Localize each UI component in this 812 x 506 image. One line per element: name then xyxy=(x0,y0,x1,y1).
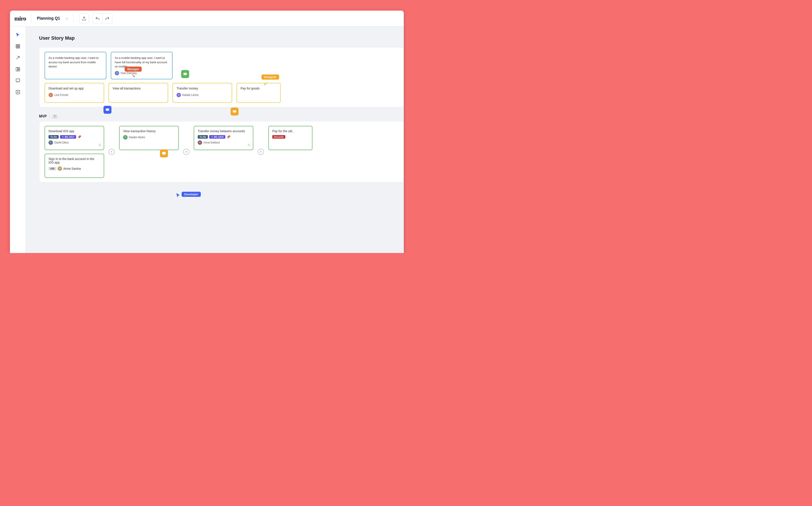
task-card-4[interactable]: Pay for goods xyxy=(236,83,281,103)
mvp-card-2-user: N Natalie Nedre xyxy=(123,135,175,140)
arrow-tool[interactable] xyxy=(13,53,23,63)
mvp-count: 7 xyxy=(52,114,57,118)
natalie-l-name: Natalie Larino xyxy=(182,93,199,97)
mvp-column-2: View transaction history N Natalie Nedre xyxy=(119,126,179,150)
story-card-1-text: As a mobile banking app user, I want to … xyxy=(49,56,103,69)
todo-badge-1: To Do xyxy=(49,135,59,139)
mvp-card-3-user: A Anna Gelfand xyxy=(198,140,249,145)
vlad-name: Vlad Zelinskiy xyxy=(121,71,137,75)
drag-handle-3: ⇱ xyxy=(248,143,251,148)
chat-icon-orange xyxy=(230,107,239,115)
svg-rect-4 xyxy=(16,79,20,82)
svg-rect-6 xyxy=(184,73,187,75)
frame-tool[interactable] xyxy=(13,41,23,51)
chat-icon-green xyxy=(181,70,189,78)
chat-bubble-green-top[interactable] xyxy=(181,70,189,78)
story-card-1[interactable]: As a mobile banking app user, I want to … xyxy=(45,52,106,79)
pin-icon-2: 📌 xyxy=(226,135,230,139)
user-story-section: User Story Map As a mobile banking app u… xyxy=(39,35,404,107)
topbar: miro Planning Q1 ☆ xyxy=(10,11,404,26)
chat-bubble-orange-2[interactable] xyxy=(160,149,168,157)
mvp-card-4-badges: Security xyxy=(272,135,309,139)
daniil-name: Daniill Dikov xyxy=(54,141,69,144)
natalie-n-avatar: N xyxy=(123,135,128,140)
chat-icon-orange-2 xyxy=(160,149,168,157)
anna-s-name: Anna Savina xyxy=(63,167,81,170)
todo-badge-2: To Do xyxy=(198,135,208,139)
template-tool[interactable] xyxy=(13,64,23,74)
task-card-3-text: Transfer money xyxy=(177,86,228,91)
mvp-card-1[interactable]: Download iOS app To Do BE-1817 📌 xyxy=(45,126,104,150)
mvp-header: MVP 7 xyxy=(39,114,404,118)
mvp-section: MVP 7 Download iOS app To Do xyxy=(39,114,404,182)
mvp-column-1: Download iOS app To Do BE-1817 📌 xyxy=(45,126,104,178)
ios-badge: iOS xyxy=(49,167,56,170)
daniil-avatar: D xyxy=(49,140,53,145)
mvp-card-2-title: View transaction history xyxy=(123,130,175,133)
svg-rect-3 xyxy=(18,69,19,71)
mvp-card-1-user: D Daniill Dikov xyxy=(49,140,100,145)
be-badge-1: BE-1817 xyxy=(60,135,76,139)
project-title: Planning Q1 xyxy=(37,16,60,21)
cursor-tool[interactable] xyxy=(13,30,23,40)
anna-g-name: Anna Gelfand xyxy=(203,141,219,144)
comment-tool[interactable] xyxy=(13,76,23,86)
story-card-2[interactable]: As a mobile banking app user, I want to … xyxy=(111,52,173,79)
canvas[interactable]: User Story Map As a mobile banking app u… xyxy=(10,26,404,253)
story-cards-row: As a mobile banking app user, I want to … xyxy=(45,52,398,79)
undo-button[interactable] xyxy=(93,14,103,23)
chat-bubble-orange[interactable] xyxy=(230,107,239,115)
task-card-3-user: N Natalie Larino xyxy=(177,93,228,97)
natalie-l-avatar: N xyxy=(177,93,181,97)
plus-btn-3[interactable]: + xyxy=(258,149,264,155)
task-cards-row: Download and set up app L Liza Fornari V… xyxy=(45,83,398,103)
mvp-card-3-title: Transfer money between accounts xyxy=(198,130,249,133)
upload-button[interactable] xyxy=(79,14,89,23)
cross-tool[interactable] xyxy=(13,87,23,97)
svg-rect-9 xyxy=(162,152,166,155)
left-sidebar xyxy=(10,26,26,253)
board-content: User Story Map As a mobile banking app u… xyxy=(26,26,404,253)
security-badge: Security xyxy=(272,135,285,139)
mvp-card-2[interactable]: View transaction history N Natalie Nedre xyxy=(119,126,179,150)
plus-btn-2[interactable]: + xyxy=(183,149,189,155)
liza-name: Liza Fornari xyxy=(54,93,68,97)
mvp-card-4-title: Pay for the util... xyxy=(272,130,309,133)
chat-bubble-blue[interactable] xyxy=(104,106,112,114)
task-card-1-text: Download and set up app xyxy=(49,86,100,91)
task-card-1[interactable]: Download and set up app L Liza Fornari xyxy=(45,83,104,103)
drag-handle-1: ⇱ xyxy=(98,143,102,148)
user-story-title: User Story Map xyxy=(39,35,75,41)
mvp-cards-row: Download iOS app To Do BE-1817 📌 xyxy=(45,126,398,178)
story-card-2-user: V Vlad Zelinskiy xyxy=(115,71,168,75)
pin-icon-1: 📌 xyxy=(77,135,81,139)
task-card-4-text: Pay for goods xyxy=(241,86,277,91)
mvp-card-1-badges: To Do BE-1817 📌 xyxy=(49,135,100,139)
story-cards-area: As a mobile banking app user, I want to … xyxy=(39,47,404,107)
section-header: User Story Map xyxy=(39,35,404,45)
chat-icon-blue xyxy=(104,106,112,114)
svg-rect-2 xyxy=(18,68,19,69)
redo-button[interactable] xyxy=(103,14,112,23)
task-card-1-user: L Liza Fornari xyxy=(49,93,100,97)
plus-btn-1[interactable]: + xyxy=(109,149,115,155)
mvp-card-3-badges: To Do BE-1818 📌 xyxy=(198,135,249,139)
task-card-2[interactable]: View all transactions xyxy=(109,83,168,103)
mvp-column-4: Pay for the util... Security xyxy=(268,126,313,150)
mvp-card-5[interactable]: Sign in to the bank account in the iOS a… xyxy=(45,154,104,178)
anna-s-avatar: A xyxy=(58,166,62,171)
svg-rect-8 xyxy=(233,110,236,112)
svg-rect-0 xyxy=(16,45,20,48)
svg-rect-7 xyxy=(106,108,109,111)
star-icon[interactable]: ☆ xyxy=(65,16,68,21)
natalie-n-name: Natalie Nedre xyxy=(129,136,145,139)
svg-rect-1 xyxy=(16,68,17,71)
story-card-2-text: As a mobile banking app user, I want to … xyxy=(115,56,168,69)
mvp-column-3: Transfer money between accounts To Do BE… xyxy=(194,126,253,150)
anna-g-avatar: A xyxy=(198,140,202,145)
mvp-card-3[interactable]: Transfer money between accounts To Do BE… xyxy=(194,126,253,150)
mvp-card-5-badges: iOS A Anna Savina xyxy=(49,166,100,171)
undo-redo-group xyxy=(92,13,112,23)
mvp-card-4[interactable]: Pay for the util... Security xyxy=(268,126,313,150)
task-card-3[interactable]: Transfer money N Natalie Larino xyxy=(173,83,232,103)
